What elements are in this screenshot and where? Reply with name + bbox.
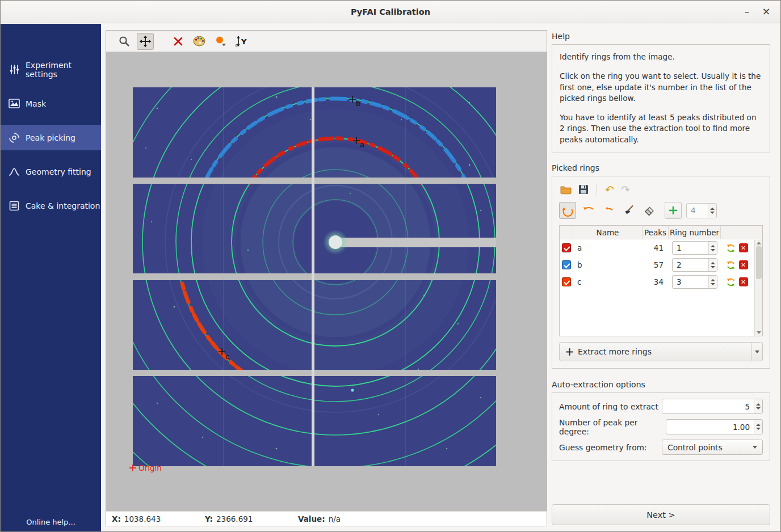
eraser-tool-button[interactable]	[641, 202, 658, 219]
refresh-ring-button[interactable]	[726, 260, 736, 270]
amount-of-rings-spinbox[interactable]: 5	[662, 399, 763, 414]
ring-name[interactable]: b	[573, 260, 643, 269]
status-y-value: 2366.691	[216, 514, 253, 523]
sidebar-item-experiment-settings[interactable]: Experiment settings	[1, 57, 101, 82]
col-peaks[interactable]: Peaks	[643, 226, 669, 239]
next-button[interactable]: Next >	[552, 504, 770, 525]
svg-text:a: a	[235, 43, 238, 47]
add-ring-button[interactable]	[665, 202, 682, 219]
ring-visible-checkbox[interactable]	[562, 243, 571, 252]
undo-button[interactable]: ↶	[605, 184, 614, 195]
diffraction-image[interactable]: b a c Origin	[106, 52, 547, 511]
col-visibility	[560, 226, 573, 239]
sidebar-item-cake-integration[interactable]: Cake & integration	[1, 193, 101, 218]
ring-number-spinbox[interactable]: 3	[672, 275, 717, 289]
online-help-link[interactable]: Online help...	[1, 518, 101, 526]
refresh-ring-button[interactable]	[726, 277, 736, 287]
plus-icon	[668, 205, 678, 216]
auto-extraction-box: Amount of ring to extract 5 Number of pe…	[552, 392, 770, 461]
delete-ring-button[interactable]: ✕	[739, 277, 748, 286]
ring-number-value: 3	[673, 276, 708, 288]
window-title: PyFAI Calibration	[1, 1, 780, 23]
red-cross-icon	[173, 36, 184, 47]
brush-icon	[623, 204, 635, 217]
scroll-up-arrow[interactable]	[757, 242, 761, 244]
floppy-save-icon	[578, 184, 589, 195]
sidebar-item-geometry-fitting[interactable]: Geometry fitting	[1, 159, 101, 184]
table-row: c 34 3 ✕	[560, 273, 762, 290]
spinbox-arrows[interactable]	[708, 242, 717, 254]
full-ring-tool-button[interactable]	[559, 202, 576, 219]
table-scrollbar[interactable]	[754, 240, 762, 336]
scrollbar-thumb[interactable]	[756, 246, 762, 279]
ring-number-spinbox[interactable]: 1	[672, 241, 717, 255]
plus-icon	[565, 348, 574, 356]
ring-number-value: 1	[673, 242, 708, 254]
picked-rings-table: Name Peaks Ring number a 41 1	[559, 225, 763, 336]
extract-button-label: Extract more rings	[578, 347, 652, 356]
spinbox-arrows[interactable]	[754, 420, 762, 434]
sidebar-item-label: Experiment settings	[26, 61, 101, 79]
brush-tool-button[interactable]	[620, 202, 637, 219]
clear-markers-button[interactable]	[170, 33, 187, 50]
eraser-icon	[643, 204, 656, 217]
zoom-tool-button[interactable]	[116, 33, 133, 50]
picked-rings-tools-toolbar: 4	[559, 200, 763, 221]
status-value-label: Value:	[298, 514, 325, 523]
ring-name[interactable]: c	[573, 277, 643, 286]
minimize-button[interactable]: –	[737, 1, 757, 23]
status-value-value: n/a	[329, 514, 341, 523]
magnifier-icon	[118, 35, 131, 48]
spinbox-arrows[interactable]	[708, 204, 716, 218]
marker-a-label: a	[360, 140, 364, 149]
delete-ring-button[interactable]: ✕	[739, 260, 748, 269]
marker-style-button[interactable]	[212, 33, 229, 50]
extract-row: Extract more rings	[559, 342, 763, 361]
right-panel: Help Identify rings from the image. Clic…	[552, 24, 776, 531]
colormap-button[interactable]	[191, 33, 208, 50]
beamstop-disc	[329, 235, 342, 249]
y-axis-icon: Ya	[235, 35, 248, 47]
spinbox-arrows[interactable]	[754, 399, 762, 413]
picked-rings-box: ↶ ↷	[552, 176, 770, 369]
save-button[interactable]	[578, 184, 589, 195]
arc-tool-button[interactable]	[580, 202, 597, 219]
ring-number-spinbox[interactable]: 2	[672, 258, 717, 272]
sidebar-item-label: Mask	[26, 99, 46, 108]
ring-visible-checkbox[interactable]	[562, 277, 571, 286]
open-button[interactable]	[560, 185, 572, 195]
ring-name[interactable]: a	[573, 243, 643, 252]
redo-button[interactable]: ↷	[621, 184, 630, 195]
diffraction-plot-area[interactable]: b a c Origin	[106, 52, 547, 511]
new-ring-number-spinbox[interactable]: 4	[686, 203, 717, 218]
extract-options-dropdown[interactable]	[751, 342, 763, 361]
spinbox-arrows[interactable]	[708, 276, 717, 288]
help-box: Identify rings from the image. Click on …	[552, 44, 770, 153]
ring-visible-checkbox[interactable]	[562, 260, 571, 269]
peaks-per-degree-spinbox[interactable]: 1.00	[666, 419, 763, 434]
delete-ring-button[interactable]: ✕	[739, 243, 748, 252]
chevron-down-icon	[755, 351, 759, 353]
sidebar-item-peak-picking[interactable]: Peak picking	[1, 125, 101, 150]
marker-b-label: b	[356, 99, 360, 108]
extract-more-rings-button[interactable]: Extract more rings	[559, 342, 751, 361]
spinbox-arrows[interactable]	[708, 259, 717, 271]
table-row: b 57 2 ✕	[560, 256, 762, 273]
close-button[interactable]: ×	[757, 1, 776, 23]
col-name[interactable]: Name	[573, 226, 643, 239]
origin-label: Origin	[138, 463, 162, 472]
single-peak-tool-button[interactable]	[600, 202, 617, 219]
guess-geometry-value: Control points	[667, 443, 723, 452]
y-axis-orientation-button[interactable]: Ya	[233, 33, 250, 50]
pan-tool-button[interactable]	[137, 33, 154, 50]
refresh-icon	[726, 277, 736, 287]
table-header: Name Peaks Ring number	[560, 226, 762, 239]
guess-geometry-combobox[interactable]: Control points	[662, 440, 763, 455]
help-paragraph: Click on the ring you want to select. Us…	[560, 71, 762, 104]
plot-toolbar: Ya	[106, 31, 547, 52]
sidebar-item-mask[interactable]: Mask	[1, 91, 101, 116]
refresh-ring-button[interactable]	[726, 243, 736, 253]
option-row: Number of peak per degree: 1.00	[559, 419, 763, 434]
scroll-down-arrow[interactable]	[757, 331, 761, 334]
col-ring-number[interactable]: Ring number	[669, 226, 721, 239]
